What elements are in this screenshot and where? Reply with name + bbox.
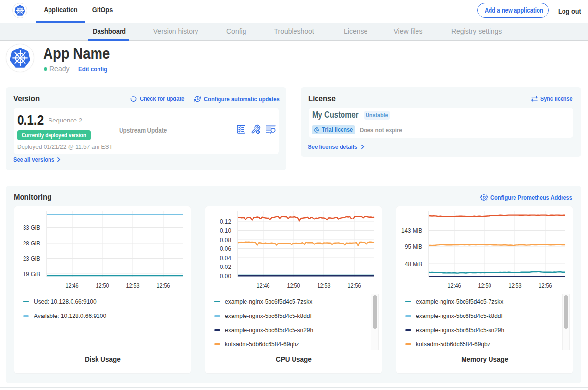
svg-text:0.06: 0.06: [220, 245, 231, 252]
svg-text:12:50: 12:50: [287, 282, 300, 289]
svg-text:12:46: 12:46: [66, 282, 79, 289]
svg-text:48 MiB: 48 MiB: [405, 260, 422, 268]
svg-text:0.10: 0.10: [220, 227, 231, 234]
svg-text:12:56: 12:56: [157, 282, 170, 289]
svg-text:12:50: 12:50: [478, 282, 491, 289]
svg-text:12:50: 12:50: [96, 282, 109, 289]
svg-text:95 MiB: 95 MiB: [405, 243, 422, 250]
svg-text:12:53: 12:53: [126, 282, 140, 289]
svg-text:0.02: 0.02: [220, 263, 231, 270]
svg-text:23 GiB: 23 GiB: [23, 255, 40, 262]
svg-text:33 GiB: 33 GiB: [23, 224, 40, 231]
svg-text:0.00: 0.00: [220, 272, 231, 280]
svg-text:12:46: 12:46: [257, 282, 270, 289]
svg-text:0.04: 0.04: [220, 254, 231, 262]
svg-text:28 GiB: 28 GiB: [23, 240, 40, 247]
svg-text:0.08: 0.08: [220, 236, 231, 244]
svg-text:12:53: 12:53: [318, 282, 331, 289]
svg-text:19 GiB: 19 GiB: [23, 270, 40, 278]
svg-text:12:56: 12:56: [348, 282, 361, 289]
svg-text:0.12: 0.12: [220, 218, 231, 225]
svg-text:12:46: 12:46: [448, 282, 461, 289]
svg-text:143 MiB: 143 MiB: [401, 227, 422, 234]
svg-text:12:53: 12:53: [509, 282, 522, 289]
svg-text:12:56: 12:56: [539, 282, 552, 289]
